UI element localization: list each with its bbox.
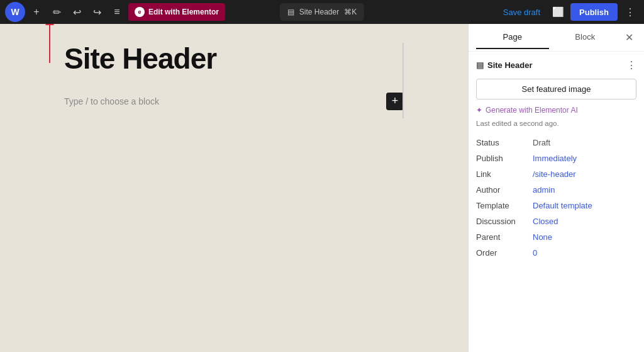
redo-button[interactable]: ↪ [88,3,106,21]
block-menu-button[interactable]: ⋮ [626,59,636,71]
parent-label: Parent [476,229,533,245]
discussion-label: Discussion [476,213,533,229]
toolbar: W + ✏ ↩ ↪ ≡ e Edit with Elementor ▤ Site… [0,0,644,24]
meta-row-template: Template Default template [476,198,636,213]
meta-row-status: Status Draft [476,135,636,150]
panel-body: ▤ Site Header ⋮ Set featured image ✦ Gen… [469,52,644,352]
publish-value[interactable]: Immediately [533,150,636,166]
document-title: Site Header [299,8,339,16]
main-layout: Site Header Type / to choose a block + P… [0,24,644,352]
author-value[interactable]: admin [533,182,636,198]
block-indicator [45,24,54,63]
canvas: Site Header Type / to choose a block + [0,24,468,352]
block-line [49,25,50,63]
save-draft-button[interactable]: Save draft [498,5,545,20]
brush-button[interactable]: ✏ [48,3,65,21]
template-label: Template [476,198,533,213]
meta-row-author: Author admin [476,182,636,198]
ai-sparkle-icon: ✦ [476,106,482,115]
undo-button[interactable]: ↩ [68,3,86,21]
block-title-row: ▤ Site Header ⋮ [476,59,636,71]
order-value[interactable]: 0 [533,245,636,261]
ai-generate-row: ✦ Generate with Elementor AI [476,106,636,115]
order-label: Order [476,245,533,261]
right-panel: Page Block ✕ ▤ Site Header ⋮ Set feature… [468,24,644,352]
keyboard-shortcut: ⌘K [344,8,357,16]
block-title-inner: ▤ Site Header [476,60,533,70]
last-edited-label: Last edited a second ago. [476,120,636,127]
title-block: Site Header [64,43,404,75]
author-label: Author [476,182,533,198]
status-value[interactable]: Draft [533,135,636,150]
wp-logo[interactable]: W [5,2,25,22]
parent-value[interactable]: None [533,229,636,245]
publish-button[interactable]: Publish [570,3,618,21]
tab-block[interactable]: Block [549,26,622,49]
link-value[interactable]: /site-header [533,166,636,182]
toolbar-right: Save draft ⬜ Publish ⋮ [498,3,639,21]
block-placeholder: Type / to choose a block [64,96,159,106]
toolbar-left: W + ✏ ↩ ↪ ≡ e Edit with Elementor [5,2,225,22]
panel-header: Page Block ✕ [469,24,644,52]
status-label: Status [476,135,533,150]
meta-row-publish: Publish Immediately [476,150,636,166]
panel-close-button[interactable]: ✕ [621,30,636,45]
more-tools-button[interactable]: ≡ [108,3,126,21]
edit-with-elementor-button[interactable]: e Edit with Elementor [128,3,225,21]
tab-page[interactable]: Page [476,26,549,49]
settings-button[interactable]: ⋮ [621,3,639,21]
meta-row-discussion: Discussion Closed [476,213,636,229]
publish-label: Publish [476,150,533,166]
block-title-label: Site Header [487,60,533,70]
set-featured-image-button[interactable]: Set featured image [476,79,636,99]
meta-row-parent: Parent None [476,229,636,245]
discussion-value[interactable]: Closed [533,213,636,229]
add-button[interactable]: + [28,3,45,21]
meta-row-link: Link /site-header [476,166,636,182]
elementor-icon: e [135,7,145,17]
toolbar-center[interactable]: ▤ Site Header ⌘K [280,3,364,21]
meta-row-order: Order 0 [476,245,636,261]
center-doc-icon: ▤ [287,8,294,16]
add-block-button[interactable]: + [386,93,404,110]
link-label: Link [476,166,533,182]
elementor-btn-label: Edit with Elementor [148,8,219,16]
add-block-row: Type / to choose a block + [64,90,404,113]
view-button[interactable]: ⬜ [549,3,567,21]
meta-table: Status Draft Publish Immediately Link /s… [476,135,636,261]
ai-generate-label[interactable]: Generate with Elementor AI [486,106,578,115]
template-value[interactable]: Default template [533,198,636,213]
block-doc-icon: ▤ [476,60,484,70]
divider-line [402,43,404,118]
page-heading[interactable]: Site Header [64,43,404,75]
